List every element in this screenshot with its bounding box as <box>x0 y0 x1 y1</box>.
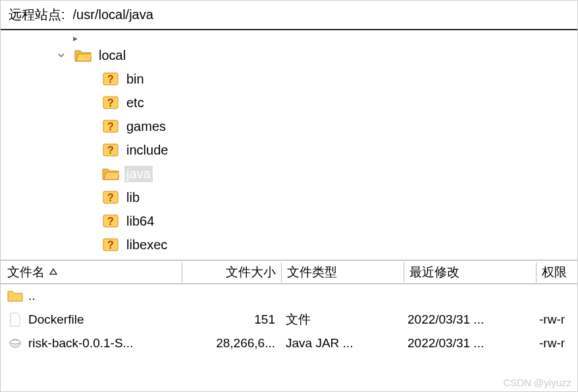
folder-icon <box>7 289 23 303</box>
sort-ascending-icon <box>49 266 58 278</box>
tree-item-games[interactable]: ? games <box>1 114 577 138</box>
file-perm <box>534 293 577 299</box>
column-label: 权限 <box>542 264 567 281</box>
file-size: 151 <box>182 310 280 330</box>
file-date: 2022/03/31 ... <box>402 333 534 353</box>
svg-point-15 <box>10 340 20 344</box>
tree-label: lib64 <box>124 213 156 230</box>
tree-item-lib64[interactable]: ? lib64 <box>1 209 577 233</box>
tree-item-lib[interactable]: ? lib <box>1 185 577 209</box>
directory-tree[interactable]: ▸ local ? bin ? etc ? games ? include <box>1 30 577 260</box>
column-header-name[interactable]: 文件名 <box>1 261 182 283</box>
tree-label: local <box>97 47 128 64</box>
column-header-perm[interactable]: 权限 <box>537 261 577 283</box>
tree-label: include <box>124 142 170 159</box>
tree-label: games <box>124 118 168 135</box>
svg-text:?: ? <box>107 216 114 227</box>
chevron-right-icon[interactable]: ▸ <box>73 33 84 43</box>
tree-item-local[interactable]: local <box>1 43 577 67</box>
remote-path-input[interactable] <box>70 6 569 24</box>
tree-label: libexec <box>124 237 169 253</box>
svg-text:?: ? <box>107 121 114 132</box>
unknown-folder-icon: ? <box>102 190 119 205</box>
tree-item-partial: ▸ <box>1 33 577 43</box>
list-row-dockerfile[interactable]: Dockerfile 151 文件 2022/03/31 ... -rw-r <box>1 308 577 331</box>
file-icon <box>7 312 23 327</box>
svg-text:?: ? <box>107 97 114 109</box>
column-header-date[interactable]: 最近修改 <box>404 261 536 283</box>
tree-label: lib <box>124 189 142 206</box>
jar-icon <box>7 336 23 351</box>
file-size <box>182 293 280 299</box>
list-row-parent[interactable]: .. <box>1 284 577 308</box>
column-label: 文件名 <box>7 264 45 281</box>
svg-text:?: ? <box>107 239 114 251</box>
file-type: Java JAR ... <box>280 333 402 353</box>
unknown-folder-icon: ? <box>102 72 119 86</box>
svg-text:?: ? <box>107 74 114 85</box>
file-date: 2022/03/31 ... <box>402 310 534 330</box>
file-size: 28,266,6... <box>182 333 280 353</box>
tree-item-libexec[interactable]: ? libexec <box>1 233 577 257</box>
column-label: 文件类型 <box>287 264 337 281</box>
tree-item-bin[interactable]: ? bin <box>1 67 577 91</box>
unknown-folder-icon: ? <box>102 143 119 157</box>
file-list-rows: .. Dockerfile 151 文件 2022/03/31 ... -rw-… <box>1 284 577 355</box>
unknown-folder-icon: ? <box>102 237 119 252</box>
folder-open-icon <box>74 48 92 62</box>
watermark: CSDN @yiyuzz <box>503 377 571 388</box>
file-type <box>280 293 402 299</box>
file-perm: -rw-r <box>534 333 577 353</box>
tree-label: etc <box>124 95 146 111</box>
tree-label: bin <box>124 71 146 87</box>
file-name: Dockerfile <box>28 312 84 327</box>
file-date <box>402 293 534 299</box>
file-type: 文件 <box>280 308 402 331</box>
tree-item-java[interactable]: java <box>1 162 577 185</box>
file-list-panel: 文件名 文件大小 文件类型 最近修改 权限 .. <box>1 260 577 355</box>
file-list-header: 文件名 文件大小 文件类型 最近修改 权限 <box>1 260 577 284</box>
column-label: 最近修改 <box>409 264 460 281</box>
unknown-folder-icon: ? <box>102 119 119 134</box>
file-name: .. <box>28 289 36 303</box>
column-header-size[interactable]: 文件大小 <box>182 261 281 283</box>
svg-text:?: ? <box>107 145 114 156</box>
unknown-folder-icon: ? <box>102 95 119 110</box>
tree-label: java <box>124 166 153 182</box>
file-name: risk-back-0.0.1-S... <box>28 336 133 351</box>
column-label: 文件大小 <box>226 264 276 281</box>
list-row-jar[interactable]: risk-back-0.0.1-S... 28,266,6... Java JA… <box>1 331 577 355</box>
folder-open-icon <box>102 166 119 181</box>
tree-item-include[interactable]: ? include <box>1 138 577 162</box>
chevron-down-icon[interactable] <box>56 50 66 61</box>
svg-text:?: ? <box>107 192 114 203</box>
column-header-type[interactable]: 文件类型 <box>282 261 404 283</box>
tree-item-etc[interactable]: ? etc <box>1 91 577 114</box>
unknown-folder-icon: ? <box>102 214 119 228</box>
remote-site-header: 远程站点: <box>1 1 577 30</box>
remote-site-label: 远程站点: <box>9 6 65 24</box>
file-perm: -rw-r <box>534 310 577 330</box>
